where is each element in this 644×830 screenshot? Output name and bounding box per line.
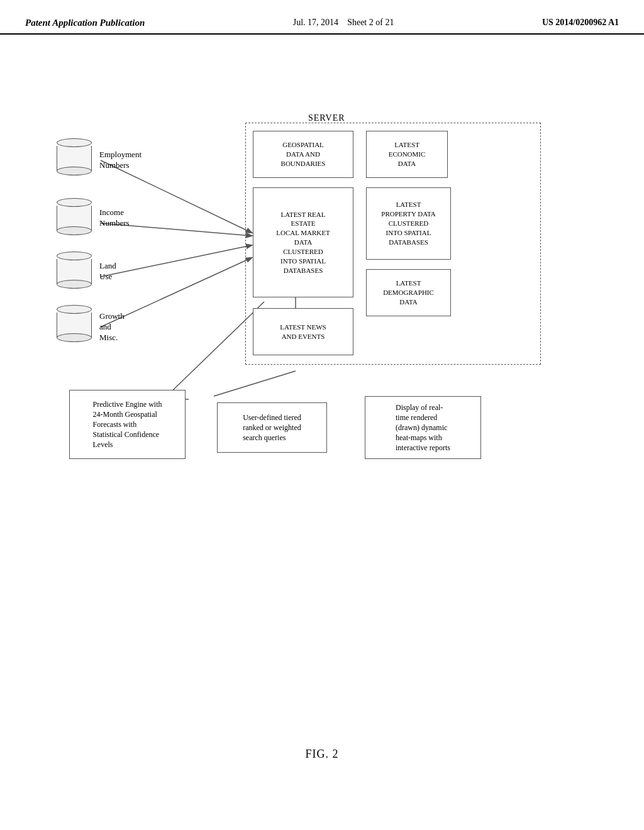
cylinder-top-2 xyxy=(57,198,92,207)
cyl-label-growth: GrowthandMisc. xyxy=(99,311,150,343)
page-header: Patent Application Publication Jul. 17, … xyxy=(0,0,644,35)
svg-line-6 xyxy=(214,371,296,396)
cylinder-income xyxy=(57,198,92,235)
box-latest-news: LATEST NEWSAND EVENTS xyxy=(253,308,353,355)
box-geospatial: GEOSPATIALDATA ANDBOUNDARIES xyxy=(253,131,353,178)
cylinder-bottom-4 xyxy=(57,333,92,342)
figure-label: FIG. 2 xyxy=(305,748,338,761)
cylinder-top-3 xyxy=(57,252,92,260)
cylinder-employment xyxy=(57,138,92,175)
server-label: SERVER xyxy=(308,113,345,123)
box-predictive: Predictive Engine with24-Month Geospatia… xyxy=(69,390,186,459)
date: Jul. 17, 2014 xyxy=(293,18,338,27)
box-user-defined: User-defined tieredranked or weightedsea… xyxy=(217,402,327,453)
cylinder-bottom-3 xyxy=(57,280,92,289)
cylinder-top-1 xyxy=(57,138,92,147)
box-latest-demo: LATESTDEMOGRAPHICDATA xyxy=(366,269,451,316)
sheet: Sheet 2 of 21 xyxy=(347,18,394,27)
date-sheet: Jul. 17, 2014 Sheet 2 of 21 xyxy=(293,18,394,28)
box-latest-econ: LATESTECONOMICDATA xyxy=(366,131,448,178)
cylinder-land xyxy=(57,252,92,289)
publication-label: Patent Application Publication xyxy=(25,18,145,28)
cylinder-bottom-1 xyxy=(57,167,92,175)
cyl-label-income: IncomeNumbers xyxy=(99,208,150,229)
box-latest-real: LATEST REALESTATELOCAL MARKETDATACLUSTER… xyxy=(253,187,353,297)
cyl-label-land: LandUse xyxy=(99,261,150,282)
box-latest-prop: LATESTPROPERTY DATACLUSTEREDINTO SPATIAL… xyxy=(366,187,451,260)
patent-number: US 2014/0200962 A1 xyxy=(542,18,619,28)
cylinder-bottom-2 xyxy=(57,226,92,235)
cylinder-growth xyxy=(57,305,92,342)
cylinder-top-4 xyxy=(57,305,92,314)
diagram-area: SERVER xyxy=(38,63,604,566)
cyl-label-employment: EmploymentNumbers xyxy=(99,150,156,171)
box-display: Display of real-time rendered(drawn) dyn… xyxy=(365,396,481,459)
